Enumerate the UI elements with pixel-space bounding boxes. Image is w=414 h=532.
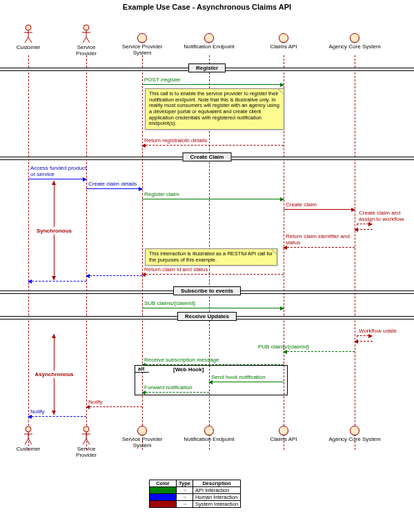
system-claims-api: Claims API	[269, 33, 298, 50]
svg-point-15	[83, 426, 89, 432]
svg-line-19	[86, 439, 90, 444]
msg-return-id-status: Return claim identifier and status	[284, 234, 355, 248]
divider-receive-updates: Receive Updates	[0, 316, 414, 319]
system-notification-endpoint-bottom: Notification Endpoint	[181, 426, 237, 443]
divider-register: Register	[0, 68, 414, 71]
msg-workflow-update: Workflow udate	[357, 328, 402, 342]
legend: ColorTypeDescription →API Interaction →H…	[149, 480, 241, 508]
msg-create-claim-details: Create claim details	[86, 181, 142, 189]
lifeline	[28, 55, 29, 450]
svg-line-9	[86, 37, 90, 43]
msg-return-reg: Return registraiotn details	[142, 138, 284, 146]
system-notification-endpoint: Notification Endpoint	[181, 33, 237, 50]
svg-line-4	[28, 37, 32, 43]
actor-service-provider-bottom: Service Provider	[72, 426, 100, 459]
msg-register-claim: Register claim	[142, 192, 284, 199]
actor-customer: Customer	[15, 24, 41, 51]
system-agency-core: Agency Core System	[328, 33, 381, 50]
msg-blank2	[28, 280, 86, 282]
actor-customer-bottom: Customer	[15, 426, 41, 453]
msg-blank1	[86, 275, 142, 276]
system-claims-api-bottom: Claims API	[269, 426, 298, 443]
note-register: This call is to enable the service provi…	[145, 88, 284, 130]
svg-line-14	[28, 439, 32, 444]
divider-create-claim: Create Claim	[0, 157, 414, 160]
msg-receive-sub: Receive subscription message	[142, 357, 284, 365]
msg-send-hook: Send hook notification	[209, 375, 284, 382]
msg-post-register: POST /register	[142, 77, 284, 85]
diagram-title: Example Use Case - Asynchronous Claims A…	[0, 3, 414, 11]
lifeline	[355, 55, 355, 450]
system-sp-system: Service Provider System	[119, 33, 166, 57]
svg-point-10	[26, 426, 31, 432]
divider-subscribe: Subscribe to events	[0, 290, 414, 294]
svg-point-0	[26, 25, 31, 30]
svg-line-18	[83, 439, 86, 444]
svg-line-13	[25, 439, 28, 444]
msg-forward-notif: Forward notification	[142, 385, 209, 393]
svg-point-5	[83, 25, 89, 30]
msg-notify2: Notify	[28, 409, 86, 417]
msg-return-id-status2: Return claim id and status	[142, 267, 284, 275]
msg-access-funded: Access funded product or service	[28, 166, 86, 179]
span-asynchronous: Asynchronous	[54, 334, 55, 415]
msg-notify1: Notify	[86, 400, 142, 407]
lifeline	[86, 55, 87, 450]
system-agency-core-bottom: Agency Core System	[328, 426, 381, 443]
msg-sub-claims: SUB claims/{claimId}	[142, 301, 284, 308]
svg-line-8	[83, 37, 86, 43]
svg-line-3	[25, 37, 28, 43]
span-synchronous: Synchronous	[54, 181, 55, 280]
system-sp-system-bottom: Service Provider System	[119, 426, 166, 449]
actor-service-provider: Service Provider	[72, 24, 100, 57]
sequence-diagram: Example Use Case - Asynchronous Claims A…	[0, 0, 414, 532]
note-rest: This interraction is illustrated as a RE…	[145, 248, 277, 266]
msg-pub-claims: PUB claims/{claimId}	[284, 344, 355, 352]
msg-create-assign: Create claim and assign to workflow	[357, 210, 402, 230]
msg-create-claim: Create claim	[284, 202, 355, 210]
